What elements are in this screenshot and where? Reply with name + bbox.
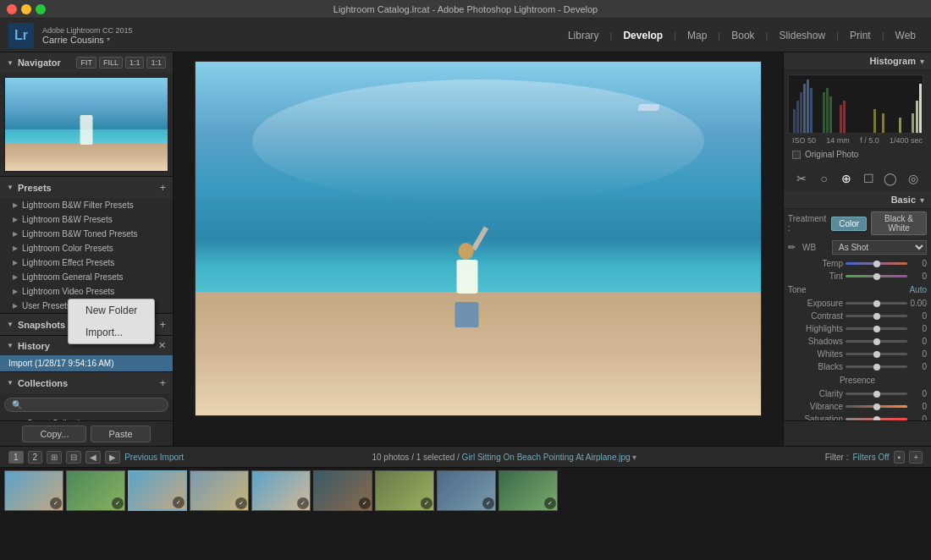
window-controls[interactable] (7, 4, 46, 14)
original-photo-checkbox[interactable] (792, 151, 801, 159)
filmstrip-thumb-2[interactable]: ✓ (66, 470, 125, 511)
histogram-triangle: ▾ (920, 57, 924, 66)
nav-web[interactable]: Web (889, 26, 923, 45)
grid-view-btn[interactable]: ⊞ (47, 451, 62, 464)
vibrance-slider[interactable] (846, 405, 907, 408)
bw-treatment-btn[interactable]: Black & White (871, 211, 927, 235)
collections-add[interactable]: + (159, 376, 166, 389)
nav-slideshow[interactable]: Slideshow (772, 26, 832, 45)
previous-import-link[interactable]: Previous Import (124, 453, 184, 462)
dropper-icon[interactable]: ✏ (788, 242, 796, 253)
basic-header[interactable]: Basic ▾ (784, 191, 931, 209)
context-import[interactable]: Import... (69, 321, 154, 343)
filmstrip-thumb-9[interactable]: ✓ (499, 470, 558, 511)
temp-slider[interactable] (846, 262, 907, 265)
color-treatment-btn[interactable]: Color (831, 217, 867, 231)
context-new-folder[interactable]: New Folder (69, 299, 154, 321)
navigator-preview (4, 77, 168, 172)
graduated-filter-tool[interactable]: ☐ (860, 170, 877, 187)
preset-item[interactable]: ▶ Lightroom General Presets (0, 270, 173, 284)
shadows-slider[interactable] (846, 340, 907, 343)
preset-item[interactable]: ▶ Lightroom Effect Presets (0, 255, 173, 270)
photo-name-link[interactable]: Girl Sitting On Beach Pointing At Airpla… (462, 453, 631, 462)
menu-bar: Lr Adobe Lightroom CC 2015 Carrie Cousin… (0, 19, 931, 52)
wb-select[interactable]: As Shot (832, 240, 927, 255)
nav-map[interactable]: Map (680, 26, 713, 45)
nav-print[interactable]: Print (843, 26, 878, 45)
nav-library[interactable]: Library (561, 26, 606, 45)
collection-item[interactable]: ▶ ⊞ Smart Collecti... (0, 416, 173, 420)
copy-button[interactable]: Copy... (22, 425, 86, 442)
exposure-slider[interactable] (846, 302, 907, 305)
nav-zoom-btn[interactable]: 1:1 (146, 57, 166, 69)
nav-fill-btn[interactable]: FILL (99, 57, 123, 69)
presets-header[interactable]: ▼ Presets + (0, 177, 173, 198)
saturation-slider-row: Saturation 0 (784, 413, 931, 420)
filmstrip-thumb-1[interactable]: ✓ (4, 470, 63, 511)
whites-slider[interactable] (846, 353, 907, 355)
blacks-label: Blacks (788, 362, 843, 371)
user-presets-item[interactable]: ▶ User Presets New Folder Import... (0, 299, 173, 313)
close-button[interactable] (7, 4, 17, 14)
minimize-button[interactable] (21, 4, 31, 14)
history-clear[interactable]: ✕ (158, 340, 166, 351)
maximize-button[interactable] (36, 4, 46, 14)
svg-rect-1 (796, 101, 799, 134)
filmstrip-thumb-5[interactable]: ✓ (251, 470, 311, 511)
user-name[interactable]: Carrie Cousins ▾ (42, 35, 133, 45)
filmstrip-thumb-7[interactable]: ✓ (375, 470, 434, 511)
preset-item[interactable]: ▶ Lightroom B&W Toned Presets (0, 227, 173, 241)
histogram-section: ISO 50 14 mm f / 5.0 1/400 sec Original … (784, 70, 931, 166)
highlights-slider[interactable] (846, 327, 907, 330)
preset-item[interactable]: ▶ Lightroom Color Presets (0, 241, 173, 255)
presets-add[interactable]: + (159, 181, 166, 194)
photo-count-info: 10 photos / 1 selected / Girl Sitting On… (372, 453, 636, 462)
preset-item[interactable]: ▶ Lightroom Video Presets (0, 284, 173, 299)
film-badge-5: ✓ (297, 497, 309, 509)
paste-button[interactable]: Paste (91, 425, 150, 442)
nav-1to1-btn[interactable]: 1:1 (125, 57, 145, 69)
nav-fit-btn[interactable]: FIT (76, 57, 96, 69)
tone-auto-btn[interactable]: Auto (909, 285, 927, 294)
snapshots-add[interactable]: + (159, 318, 166, 331)
presets-label: Presets (18, 183, 159, 193)
saturation-slider[interactable] (846, 418, 907, 420)
filmstrip-thumb-3[interactable]: ✓ (128, 470, 187, 511)
radial-filter-tool[interactable]: ◯ (882, 170, 899, 187)
filter-value[interactable]: Filters Off (852, 453, 889, 462)
filmstrip-thumb-4[interactable]: ✓ (190, 470, 249, 511)
nav-book[interactable]: Book (724, 26, 761, 45)
svg-rect-14 (912, 113, 914, 134)
red-eye-tool[interactable]: ⊕ (838, 170, 855, 187)
filter-add-btn[interactable]: + (909, 451, 923, 464)
next-nav-btn[interactable]: ▶ (105, 451, 120, 464)
collections-search-bar[interactable]: 🔍 (4, 398, 168, 412)
film-badge-1: ✓ (50, 497, 62, 509)
svg-rect-11 (873, 109, 876, 134)
tint-slider[interactable] (846, 275, 907, 277)
page-1-btn[interactable]: 1 (8, 451, 24, 464)
preset-item[interactable]: ▶ Lightroom B&W Filter Presets (0, 198, 173, 212)
crop-tool[interactable]: ✂ (793, 170, 810, 187)
adjustment-brush-tool[interactable]: ◎ (905, 170, 922, 187)
presets-section: ▼ Presets + ▶ Lightroom B&W Filter Prese… (0, 177, 173, 314)
nav-develop[interactable]: Develop (616, 26, 669, 45)
history-item[interactable]: Import (1/28/17 9:54:16 AM) (0, 355, 173, 371)
prev-nav-btn[interactable]: ◀ (85, 451, 101, 464)
contrast-slider[interactable] (846, 315, 907, 317)
collections-header[interactable]: ▼ Collections + (0, 372, 173, 393)
spot-removal-tool[interactable]: ○ (815, 170, 832, 187)
collections-search-input[interactable] (26, 400, 161, 409)
navigator-header[interactable]: ▼ Navigator FIT FILL 1:1 1:1 (0, 52, 173, 73)
preset-item[interactable]: ▶ Lightroom B&W Presets (0, 212, 173, 227)
filmstrip-thumb-8[interactable]: ✓ (437, 470, 496, 511)
histogram-header[interactable]: Histogram ▾ (784, 52, 931, 70)
filter-toggle-btn[interactable]: ▪ (894, 451, 906, 464)
filmstrip-thumb-6[interactable]: ✓ (313, 470, 372, 511)
clarity-slider[interactable] (846, 393, 907, 395)
list-view-btn[interactable]: ⊟ (66, 451, 81, 464)
page-2-btn[interactable]: 2 (28, 451, 43, 464)
blacks-slider[interactable] (846, 365, 907, 368)
copy-paste-bar: Copy... Paste (0, 421, 174, 446)
app-name: Adobe Lightroom CC 2015 (42, 26, 133, 35)
